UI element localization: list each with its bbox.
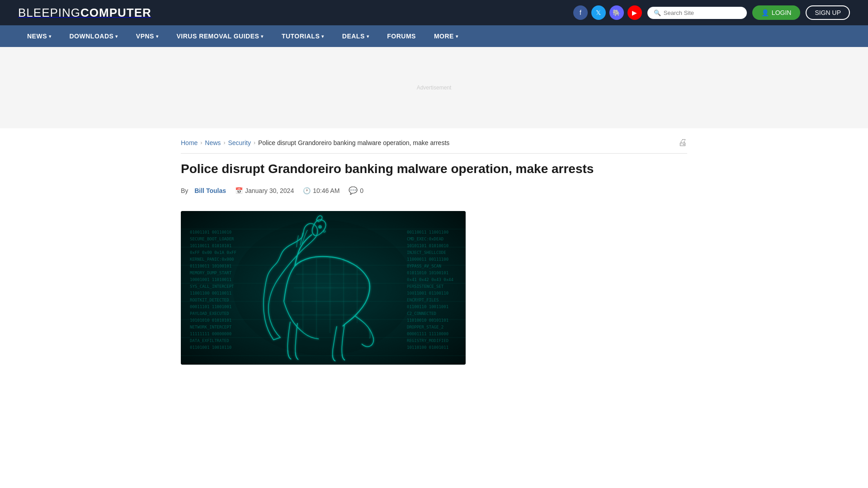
site-header: BLEEPINGCOMPUTER f 𝕏 🐘 ▶ 🔍 👤 LOGIN SIGN … xyxy=(0,0,868,25)
search-bar: 🔍 xyxy=(647,7,747,19)
svg-text:01011010 10100101: 01011010 10100101 xyxy=(407,271,448,275)
breadcrumb-current: Police disrupt Grandoreiro banking malwa… xyxy=(258,139,449,146)
nav-deals-arrow: ▾ xyxy=(367,34,369,39)
breadcrumb-sep-2: › xyxy=(223,140,225,146)
svg-text:00011101 11001001: 00011101 11001001 xyxy=(190,305,231,309)
svg-text:00001111 11110000: 00001111 11110000 xyxy=(407,332,448,336)
svg-text:REGISTRY_MODIFIED: REGISTRY_MODIFIED xyxy=(407,338,448,343)
comments-count[interactable]: 💬 0 xyxy=(349,186,363,195)
svg-text:01101001 10010110: 01101001 10010110 xyxy=(190,345,231,350)
nav-forums[interactable]: FORUMS xyxy=(378,25,425,47)
svg-text:CMD_EXEC:0xDEAD: CMD_EXEC:0xDEAD xyxy=(407,237,443,241)
svg-text:10110100 01001011: 10110100 01001011 xyxy=(407,345,448,350)
svg-text:0x41 0x42 0x43 0x44: 0x41 0x42 0x43 0x44 xyxy=(407,277,453,282)
svg-text:C2_CONNECTED: C2_CONNECTED xyxy=(407,311,436,316)
youtube-icon[interactable]: ▶ xyxy=(627,5,642,20)
twitter-icon[interactable]: 𝕏 xyxy=(591,5,606,20)
svg-text:01100110 10011001: 01100110 10011001 xyxy=(407,305,448,309)
breadcrumb-home[interactable]: Home xyxy=(181,139,198,146)
header-right: f 𝕏 🐘 ▶ 🔍 👤 LOGIN SIGN UP xyxy=(573,5,850,20)
svg-text:10101010 01010101: 10101010 01010101 xyxy=(190,318,231,323)
svg-text:10101101 01010010: 10101101 01010010 xyxy=(407,244,448,248)
breadcrumb-sep-3: › xyxy=(254,140,255,146)
svg-text:NETWORK_INTERCEPT: NETWORK_INTERCEPT xyxy=(190,325,232,329)
login-button[interactable]: 👤 LOGIN xyxy=(752,5,801,20)
publish-time: 🕐 10:46 AM xyxy=(303,187,340,194)
article-title: Police disrupt Grandoreiro banking malwa… xyxy=(181,161,687,177)
svg-text:PAYLOAD_EXECUTED: PAYLOAD_EXECUTED xyxy=(190,311,229,316)
svg-text:BYPASS_AV_SCAN: BYPASS_AV_SCAN xyxy=(407,264,441,268)
comments-number: 0 xyxy=(360,187,363,194)
nav-news-arrow: ▾ xyxy=(49,34,52,39)
svg-text:DATA_EXFILTRATED: DATA_EXFILTRATED xyxy=(190,338,229,343)
print-icon[interactable]: 🖨 xyxy=(678,137,687,148)
publish-date: 📅 January 30, 2024 xyxy=(235,187,294,194)
social-icons: f 𝕏 🐘 ▶ xyxy=(573,5,642,20)
search-icon: 🔍 xyxy=(654,9,661,16)
site-logo[interactable]: BLEEPINGCOMPUTER xyxy=(18,6,151,20)
facebook-icon[interactable]: f xyxy=(573,5,588,20)
author-link[interactable]: Bill Toulas xyxy=(194,187,226,194)
svg-text:11010010 00101101: 11010010 00101101 xyxy=(407,318,448,323)
nav-downloads-arrow: ▾ xyxy=(115,34,118,39)
mastodon-icon[interactable]: 🐘 xyxy=(609,5,624,20)
comment-icon: 💬 xyxy=(349,186,358,195)
user-icon: 👤 xyxy=(761,9,769,16)
svg-text:10001001 11010011: 10001001 11010011 xyxy=(190,277,231,282)
nav-downloads[interactable]: DOWNLOADS ▾ xyxy=(61,25,127,47)
article-meta: By Bill Toulas 📅 January 30, 2024 🕐 10:4… xyxy=(181,186,687,202)
breadcrumb-nav: Home › News › Security › Police disrupt … xyxy=(181,139,449,146)
nav-tutorials[interactable]: TUTORIALS ▾ xyxy=(273,25,333,47)
article-hero-image: 01001101 00110010 SECURE_BOOT_LOADER 101… xyxy=(181,211,466,365)
svg-text:ROOTKIT_DETECTED: ROOTKIT_DETECTED xyxy=(190,298,229,302)
svg-point-57 xyxy=(233,220,414,356)
svg-text:11001100 00110011: 11001100 00110011 xyxy=(190,291,231,296)
svg-text:SYS_CALL_INTERCEPT: SYS_CALL_INTERCEPT xyxy=(190,284,234,289)
breadcrumb-sep-1: › xyxy=(200,140,202,146)
svg-text:MEMORY_DUMP_START: MEMORY_DUMP_START xyxy=(190,271,232,275)
svg-text:11111111 00000000: 11111111 00000000 xyxy=(190,332,231,336)
svg-text:DROPPER_STAGE_2: DROPPER_STAGE_2 xyxy=(407,325,443,329)
nav-tutorials-arrow: ▾ xyxy=(321,34,324,39)
nav-vpns[interactable]: VPNS ▾ xyxy=(127,25,168,47)
nav-more[interactable]: MORE ▾ xyxy=(425,25,467,47)
svg-text:00110011 11001100: 00110011 11001100 xyxy=(407,230,448,235)
svg-text:INJECT_SHELLCODE: INJECT_SHELLCODE xyxy=(407,250,446,255)
author-info: By Bill Toulas xyxy=(181,187,226,194)
author-prefix: By xyxy=(181,187,188,194)
signup-button[interactable]: SIGN UP xyxy=(806,5,850,20)
nav-deals[interactable]: DEALS ▾ xyxy=(333,25,378,47)
breadcrumb-security[interactable]: Security xyxy=(228,139,251,146)
nav-vpns-arrow: ▾ xyxy=(156,34,159,39)
clock-icon: 🕐 xyxy=(303,187,311,194)
svg-text:10110011 01010101: 10110011 01010101 xyxy=(190,244,231,248)
search-input[interactable] xyxy=(664,9,741,16)
breadcrumb: Home › News › Security › Police disrupt … xyxy=(181,137,687,154)
nav-virus-removal-arrow: ▾ xyxy=(261,34,264,39)
svg-text:SECURE_BOOT_LOADER: SECURE_BOOT_LOADER xyxy=(190,237,234,241)
nav-virus-removal[interactable]: VIRUS REMOVAL GUIDES ▾ xyxy=(167,25,272,47)
svg-text:KERNEL_PANIC:0x000: KERNEL_PANIC:0x000 xyxy=(190,257,234,262)
content-wrapper: Home › News › Security › Police disrupt … xyxy=(163,128,705,374)
breadcrumb-news[interactable]: News xyxy=(205,139,221,146)
time-text: 10:46 AM xyxy=(313,187,340,194)
svg-text:0xFF 0x00 0x1A 0xFF: 0xFF 0x00 0x1A 0xFF xyxy=(190,250,236,255)
ad-banner: Advertisement xyxy=(0,47,868,128)
logo-text-bold: COMPUTER xyxy=(80,6,151,19)
svg-text:01001101 00110010: 01001101 00110010 xyxy=(190,230,231,235)
svg-text:11000011 00111100: 11000011 00111100 xyxy=(407,257,448,262)
main-nav: NEWS ▾ DOWNLOADS ▾ VPNS ▾ VIRUS REMOVAL … xyxy=(0,25,868,47)
date-text: January 30, 2024 xyxy=(245,187,294,194)
svg-text:01110011 10100101: 01110011 10100101 xyxy=(190,264,231,268)
logo-text-light: BLEEPING xyxy=(18,6,80,19)
calendar-icon: 📅 xyxy=(235,187,243,194)
nav-news[interactable]: NEWS ▾ xyxy=(18,25,61,47)
nav-more-arrow: ▾ xyxy=(456,34,458,39)
